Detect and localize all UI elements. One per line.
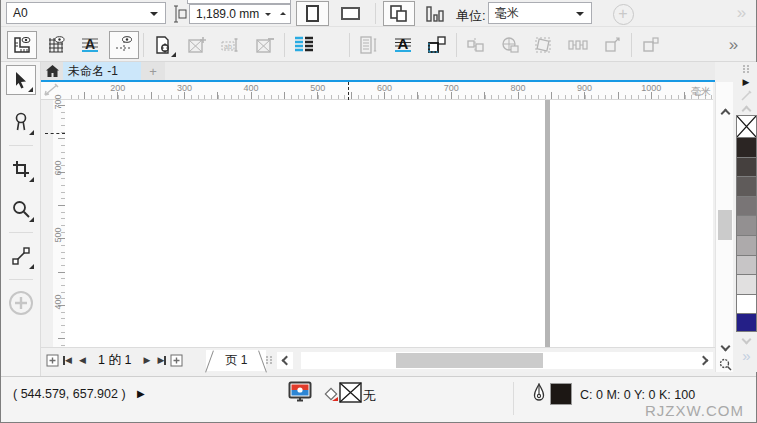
add-page-before-button[interactable] xyxy=(45,350,60,370)
palette-scroll-up-button xyxy=(737,102,755,115)
magnifier-icon xyxy=(11,199,31,219)
scroll-down-button[interactable] xyxy=(717,340,733,356)
add-control-button[interactable]: + xyxy=(611,2,635,26)
coords-flyout-button[interactable]: ▶ xyxy=(137,388,145,399)
last-page-button[interactable]: ▶ xyxy=(154,350,169,370)
add-tool-button xyxy=(6,288,36,318)
pick-tool[interactable] xyxy=(6,65,36,95)
show-guidelines-button[interactable] xyxy=(109,31,139,59)
palette-flyout-button[interactable]: ▶ xyxy=(737,75,755,89)
property-bar: A0 1,189.0 mm xyxy=(1,0,756,27)
pen-nib-icon xyxy=(532,383,546,405)
text-lines-button[interactable] xyxy=(289,31,319,59)
outline-color-swatch[interactable] xyxy=(550,383,572,405)
units-combo[interactable]: 毫米 xyxy=(488,2,592,24)
previous-page-button[interactable]: ◀ xyxy=(75,350,90,370)
color-swatch[interactable] xyxy=(737,215,756,235)
page-height-icon xyxy=(171,5,187,26)
rotate-button xyxy=(529,31,559,59)
color-swatch[interactable] xyxy=(737,235,756,255)
color-swatch[interactable] xyxy=(737,294,756,314)
document-cursor-icon xyxy=(359,35,379,55)
all-pages-layout-button[interactable] xyxy=(383,1,415,26)
color-swatch[interactable] xyxy=(737,137,756,157)
add-page-after-button[interactable] xyxy=(169,350,184,370)
outline-pen-indicator[interactable] xyxy=(323,386,339,405)
document-tab[interactable]: 未命名 -1 xyxy=(63,62,141,80)
color-proof-button[interactable] xyxy=(288,381,312,406)
spinner-down-button[interactable] xyxy=(260,5,275,23)
h-ruler-label: 400 xyxy=(244,83,259,93)
edit-text-button[interactable]: A xyxy=(388,31,418,59)
crop-tool[interactable] xyxy=(6,154,36,184)
page-size-preset-combo[interactable]: A0 xyxy=(6,2,166,24)
horizontal-ruler[interactable]: 毫米 2003004005006007008009001000 xyxy=(65,82,713,100)
color-swatch[interactable] xyxy=(737,274,756,294)
page-tab-label: 页 1 xyxy=(225,352,247,369)
left-gutter xyxy=(41,100,53,347)
v-ruler-label: 500 xyxy=(53,227,63,243)
quick-zoom-button[interactable] xyxy=(717,356,733,372)
v-ruler-label: 600 xyxy=(53,160,63,176)
portrait-icon xyxy=(306,5,319,22)
show-rulers-button[interactable] xyxy=(7,31,37,59)
fill-indicator[interactable] xyxy=(339,382,362,406)
page-tab[interactable]: 页 1 xyxy=(206,349,266,371)
palette-grip-icon[interactable] xyxy=(743,65,750,73)
center-objects-button xyxy=(495,31,525,59)
color-palette: ▶ » xyxy=(734,62,757,372)
color-swatch[interactable] xyxy=(737,176,756,196)
outline-nib-indicator[interactable] xyxy=(532,383,546,408)
home-button[interactable] xyxy=(41,62,63,80)
watermark-text: RJZXW.COM xyxy=(645,402,744,419)
tab-slant-right xyxy=(258,351,267,373)
h-ruler-label: 700 xyxy=(444,83,459,93)
new-document-tab-button[interactable]: + xyxy=(141,62,165,80)
scroll-up-button[interactable] xyxy=(717,104,733,120)
shape-pin-icon xyxy=(11,111,31,133)
portrait-button[interactable] xyxy=(296,1,329,26)
first-page-icon: ◀ xyxy=(65,355,72,365)
per-page-layout-button[interactable] xyxy=(420,1,450,26)
column-sizes-icon xyxy=(426,6,444,22)
color-swatch[interactable] xyxy=(737,196,756,216)
status-bar: ( 544.579, 657.902 ) ▶ 无 xyxy=(1,376,756,422)
drawing-canvas[interactable] xyxy=(65,100,713,347)
color-swatch[interactable] xyxy=(737,157,756,177)
horizontal-scrollbar-thumb[interactable] xyxy=(396,353,543,368)
zoom-tool[interactable] xyxy=(6,194,36,224)
page-right-edge xyxy=(545,100,550,347)
no-color-swatch[interactable] xyxy=(737,116,756,137)
rename-text-icon: ab xyxy=(221,35,241,55)
toolbar-overflow-button[interactable]: » xyxy=(718,31,748,59)
shape-tool[interactable] xyxy=(6,107,36,137)
line-tool[interactable] xyxy=(6,241,36,271)
vertical-ruler[interactable]: 700600500400 xyxy=(53,100,65,347)
show-grid-button[interactable] xyxy=(41,31,71,59)
crop-icon xyxy=(11,159,31,179)
document-tab-title: 未命名 -1 xyxy=(68,63,118,80)
first-page-button[interactable]: ◀ xyxy=(60,350,75,370)
navigator-magnifier-icon xyxy=(719,358,732,371)
page-options-button[interactable] xyxy=(148,31,178,59)
page-navigation-bar: ◀ ◀ 1 的 1 ▶ ▶ 页 1 xyxy=(41,347,715,372)
svg-text:ab: ab xyxy=(224,42,232,49)
scroll-left-button[interactable] xyxy=(277,352,293,369)
scroll-right-button[interactable] xyxy=(697,352,713,369)
vertical-scrollbar-thumb[interactable] xyxy=(718,210,732,240)
duplicate-button[interactable] xyxy=(422,31,452,59)
landscape-button[interactable] xyxy=(334,1,367,26)
page-height-field[interactable]: 1,189.0 mm xyxy=(189,4,291,24)
horizontal-scrollbar[interactable] xyxy=(301,352,697,369)
scrollbar-grip-icon[interactable] xyxy=(266,356,273,364)
ruler-unit-label: 毫米 xyxy=(691,85,711,99)
spinner-up-button[interactable] xyxy=(275,5,290,23)
vertical-scrollbar[interactable] xyxy=(715,82,733,372)
document-tab-bar: 未命名 -1 + xyxy=(41,62,715,80)
color-swatch[interactable] xyxy=(737,313,756,332)
propertybar-overflow-button[interactable]: » xyxy=(731,4,751,22)
align-button xyxy=(461,31,491,59)
next-page-button[interactable]: ▶ xyxy=(139,350,154,370)
baseline-grid-button[interactable]: A xyxy=(75,31,105,59)
color-swatch[interactable] xyxy=(737,255,756,275)
